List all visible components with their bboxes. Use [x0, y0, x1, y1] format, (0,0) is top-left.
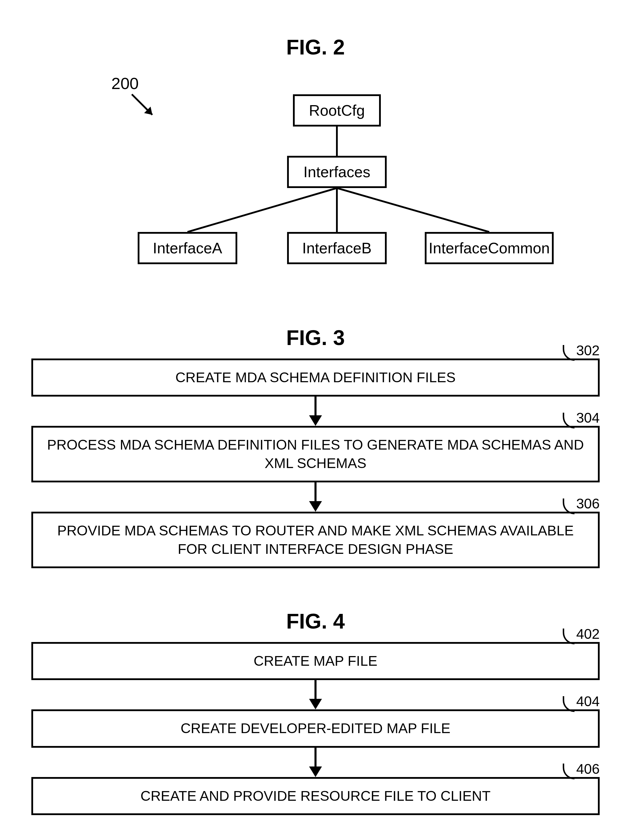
fig3-step-2: 304 PROCESS MDA SCHEMA DEFINITION FILES … [32, 426, 599, 482]
svg-marker-7 [309, 415, 322, 426]
fig4-step-1-ref-text: 402 [576, 625, 599, 643]
fig3-step-3: 306 PROVIDE MDA SCHEMAS TO ROUTER AND MA… [32, 512, 599, 568]
node-interface-common-label: InterfaceCommon [429, 239, 550, 257]
fig3-step-3-ref: 306 [563, 495, 599, 513]
fig4-step-1: 402 CREATE MAP FILE [32, 642, 599, 680]
fig3-flow: 302 CREATE MDA SCHEMA DEFINITION FILES 3… [32, 358, 599, 568]
fig3-step-3-ref-text: 306 [576, 495, 599, 513]
fig2-diagram: 200 RootCfg Interfaces InterfaceA Interf… [24, 68, 607, 291]
flow-arrow [32, 748, 599, 777]
svg-line-5 [337, 188, 489, 232]
fig3-step-2-ref: 304 [563, 409, 599, 427]
flow-arrow [32, 396, 599, 426]
node-interfaces: Interfaces [287, 156, 387, 188]
fig3-step-1: 302 CREATE MDA SCHEMA DEFINITION FILES [32, 358, 599, 396]
fig3-title: FIG. 3 [24, 326, 607, 350]
node-interface-a: InterfaceA [138, 232, 237, 264]
svg-line-3 [188, 188, 337, 232]
svg-marker-13 [309, 766, 322, 777]
fig3-step-2-text: PROCESS MDA SCHEMA DEFINITION FILES TO G… [47, 437, 584, 471]
fig4-step-2-ref-text: 404 [576, 692, 599, 711]
fig4-step-3: 406 CREATE AND PROVIDE RESOURCE FILE TO … [32, 777, 599, 815]
svg-marker-9 [309, 501, 322, 512]
node-interface-b: InterfaceB [287, 232, 387, 264]
fig4-step-1-text: CREATE MAP FILE [254, 653, 377, 669]
fig4-step-3-ref: 406 [563, 760, 599, 778]
flow-arrow [32, 680, 599, 709]
fig4-step-2-text: CREATE DEVELOPER-EDITED MAP FILE [180, 720, 450, 736]
fig4-step-3-text: CREATE AND PROVIDE RESOURCE FILE TO CLIE… [141, 788, 491, 804]
fig3-step-1-ref-text: 302 [576, 341, 599, 360]
fig4-flow: 402 CREATE MAP FILE 404 CREATE DEVELOPER… [32, 642, 599, 815]
flow-arrow [32, 482, 599, 512]
fig4-step-2-ref: 404 [563, 692, 599, 711]
arrow-down-icon [32, 748, 599, 777]
arrow-down-icon [32, 680, 599, 709]
fig4-step-2: 404 CREATE DEVELOPER-EDITED MAP FILE [32, 709, 599, 747]
arrow-down-icon [32, 482, 599, 512]
node-rootcfg: RootCfg [293, 94, 381, 126]
fig2-title: FIG. 2 [24, 35, 607, 59]
fig3-step-1-text: CREATE MDA SCHEMA DEFINITION FILES [176, 369, 456, 385]
node-rootcfg-label: RootCfg [309, 102, 365, 119]
node-interfaces-label: Interfaces [304, 163, 370, 181]
node-interface-common: InterfaceCommon [425, 232, 554, 264]
fig3-step-1-ref: 302 [563, 341, 599, 360]
arrow-down-icon [32, 396, 599, 426]
fig3-step-3-text: PROVIDE MDA SCHEMAS TO ROUTER AND MAKE X… [57, 523, 574, 556]
fig4-step-3-ref-text: 406 [576, 760, 599, 778]
fig4-step-1-ref: 402 [563, 625, 599, 643]
svg-marker-11 [309, 699, 322, 709]
node-interface-b-label: InterfaceB [302, 239, 372, 257]
fig3-step-2-ref-text: 304 [576, 409, 599, 427]
fig4-title: FIG. 4 [24, 609, 607, 633]
node-interface-a-label: InterfaceA [153, 239, 222, 257]
